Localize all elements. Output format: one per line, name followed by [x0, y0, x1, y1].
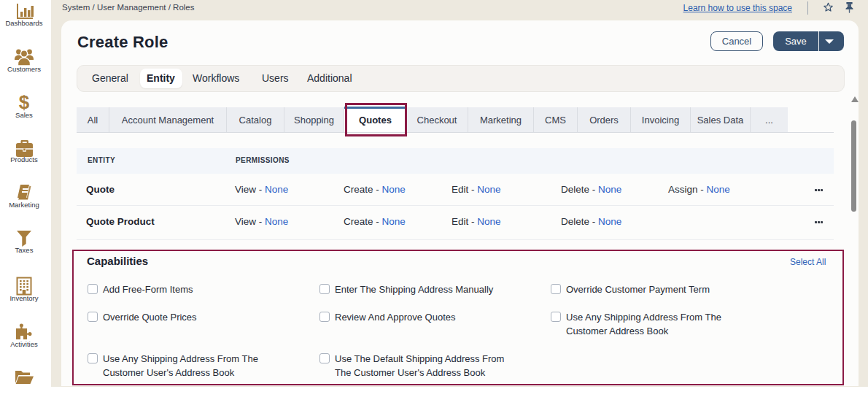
- svg-text:$: $: [19, 93, 30, 112]
